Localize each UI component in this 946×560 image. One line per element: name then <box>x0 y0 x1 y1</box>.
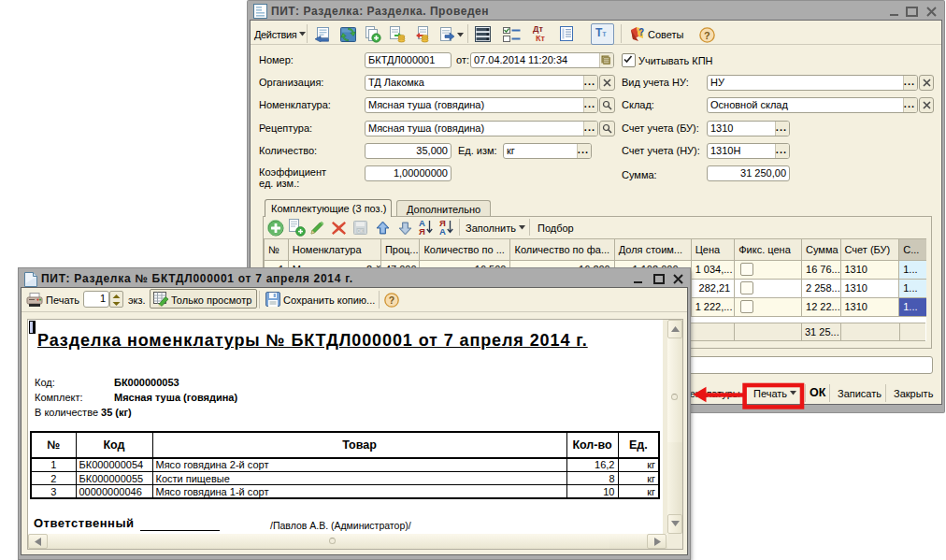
svg-text:?: ? <box>638 27 644 37</box>
svg-text:?: ? <box>389 294 394 306</box>
svg-text:?: ? <box>704 30 710 41</box>
svg-text:OK: OK <box>357 229 364 234</box>
